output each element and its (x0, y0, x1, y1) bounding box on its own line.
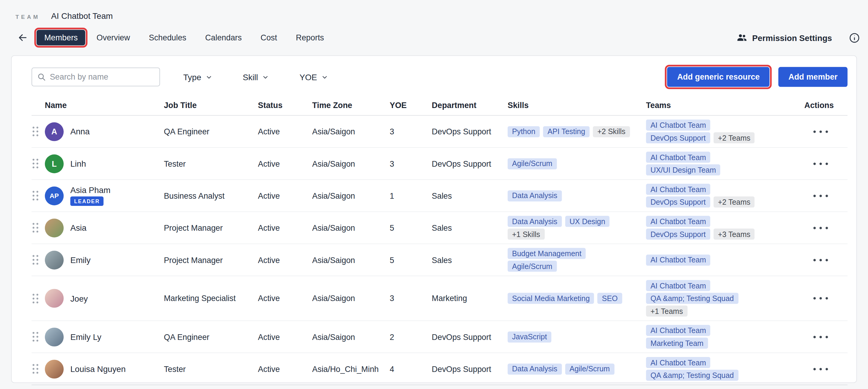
job-title-cell: Business Analyst (164, 191, 258, 200)
table-row: Emily Ly QA Engineer Active Asia/Saigon … (31, 321, 847, 353)
skill-chip: Agile/Scrum (508, 158, 557, 169)
timezone-cell: Asia/Saigon (312, 159, 390, 168)
search-icon (37, 72, 46, 82)
status-cell: Active (258, 332, 312, 342)
members-table: Name Job Title Status Time Zone YOE Depa… (12, 91, 856, 385)
actions-cell (804, 222, 847, 234)
type-filter-label: Type (183, 72, 201, 82)
drag-handle-icon[interactable] (31, 254, 39, 266)
team-chip: AI Chatbot Team (646, 357, 710, 368)
drag-handle-icon[interactable] (31, 190, 39, 201)
skills-cell: Data AnalysisUX Design+1 Skills (508, 216, 646, 240)
skills-cell: Social Media MarketingSEO (508, 293, 646, 304)
actions-cell (804, 125, 847, 138)
yoe-cell: 4 (390, 364, 432, 374)
search-input[interactable] (31, 68, 160, 87)
skill-chip: Data Analysis (508, 363, 562, 374)
team-chip: AI Chatbot Team (646, 152, 710, 163)
status-cell: Active (258, 256, 312, 264)
row-actions-button[interactable] (811, 189, 830, 202)
skills-cell: Data AnalysisAgile/Scrum (508, 363, 646, 374)
add-generic-resource-button[interactable]: Add generic resource (667, 67, 770, 87)
tab-overview[interactable]: Overview (89, 30, 138, 45)
col-yoe: YOE (390, 101, 432, 109)
teams-cell: AI Chatbot TeamDevOps Support+2 Teams (646, 184, 804, 208)
drag-handle-icon[interactable] (31, 331, 39, 343)
timezone-cell: Asia/Saigon (312, 191, 390, 200)
chevron-down-icon (262, 74, 269, 80)
drag-handle-icon[interactable] (31, 222, 39, 234)
add-member-button[interactable]: Add member (778, 67, 848, 87)
back-button[interactable] (14, 29, 31, 46)
job-title-cell: Project Manager (164, 256, 258, 264)
timezone-cell: Asia/Saigon (312, 127, 390, 136)
drag-handle-icon[interactable] (31, 292, 39, 304)
timezone-cell: Asia/Saigon (312, 294, 390, 303)
row-actions-button[interactable] (811, 363, 830, 375)
name-cell: Louisa Nguyen (45, 359, 164, 378)
col-teams: Teams (646, 101, 804, 109)
actions-cell (804, 157, 847, 170)
tab-members[interactable]: Members (36, 30, 86, 45)
skill-chip: JavaScript (508, 331, 551, 342)
tab-calendars[interactable]: Calendars (197, 30, 250, 45)
skill-chip: +1 Skills (508, 229, 545, 240)
skill-chip: Python (508, 126, 540, 137)
row-actions-button[interactable] (811, 331, 830, 343)
team-name: AI Chatbot Team (51, 11, 113, 20)
skill-chip: API Testing (543, 126, 589, 137)
team-chip: AI Chatbot Team (646, 119, 710, 130)
team-chip: AI Chatbot Team (646, 184, 710, 195)
type-filter[interactable]: Type (180, 72, 215, 82)
yoe-cell: 3 (390, 294, 432, 303)
skills-cell: PythonAPI Testing+2 Skills (508, 126, 646, 137)
info-icon[interactable] (848, 32, 860, 43)
skill-filter-label: Skill (243, 72, 258, 82)
member-name: Louisa Nguyen (70, 364, 126, 374)
team-chip: +2 Teams (714, 132, 755, 143)
row-actions-button[interactable] (811, 157, 830, 170)
yoe-filter-label: YOE (300, 72, 317, 82)
nav-right: Permission Settings (733, 31, 860, 44)
teams-cell: AI Chatbot TeamDevOps Support+3 Teams (646, 216, 804, 240)
department-cell: DevOps Support (432, 332, 508, 342)
member-name: Linh (70, 159, 86, 168)
job-title-cell: Marketing Specialist (164, 294, 258, 303)
name-cell: AP Asia Pham LEADER (45, 186, 164, 206)
job-title-cell: Tester (164, 364, 258, 374)
tab-reports[interactable]: Reports (288, 30, 332, 45)
timezone-cell: Asia/Saigon (312, 332, 390, 342)
row-actions-button[interactable] (811, 125, 830, 138)
timezone-cell: Asia/Saigon (312, 256, 390, 264)
skills-cell: Budget ManagementAgile/Scrum (508, 248, 646, 272)
drag-handle-icon[interactable] (31, 363, 39, 375)
tab-bar: Members Overview Schedules Calendars Cos… (36, 30, 332, 45)
drag-handle-icon[interactable] (31, 126, 39, 137)
skill-chip: Agile/Scrum (565, 363, 614, 374)
permission-settings-button[interactable]: Permission Settings (733, 31, 835, 44)
team-header: TEAM AI Chatbot Team (16, 11, 113, 20)
department-cell: Marketing (432, 294, 508, 303)
row-actions-button[interactable] (811, 254, 830, 266)
table-header: Name Job Title Status Time Zone YOE Depa… (31, 95, 847, 116)
skill-chip: SEO (597, 293, 622, 304)
toolbar: Type Skill YOE Add generic resource Add … (12, 56, 856, 91)
table-row: A Anna QA Engineer Active Asia/Saigon 3 … (31, 116, 847, 148)
tab-schedules[interactable]: Schedules (141, 30, 194, 45)
skill-filter[interactable]: Skill (240, 72, 272, 82)
permission-settings-label: Permission Settings (752, 33, 832, 42)
yoe-filter[interactable]: YOE (296, 72, 331, 82)
job-title-cell: QA Engineer (164, 332, 258, 342)
member-name: Asia Pham (70, 186, 111, 195)
teams-cell: AI Chatbot TeamUX/UI Design Team (646, 152, 804, 176)
actions-cell (804, 292, 847, 304)
team-chip: +2 Teams (714, 197, 755, 208)
drag-handle-icon[interactable] (31, 158, 39, 169)
name-cell: A Anna (45, 122, 164, 141)
row-actions-button[interactable] (811, 222, 830, 234)
tab-cost[interactable]: Cost (253, 30, 285, 45)
avatar (45, 251, 64, 269)
row-actions-button[interactable] (811, 292, 830, 304)
team-chip: AI Chatbot Team (646, 254, 710, 265)
table-row: AP Asia Pham LEADER Business Analyst Act… (31, 180, 847, 212)
